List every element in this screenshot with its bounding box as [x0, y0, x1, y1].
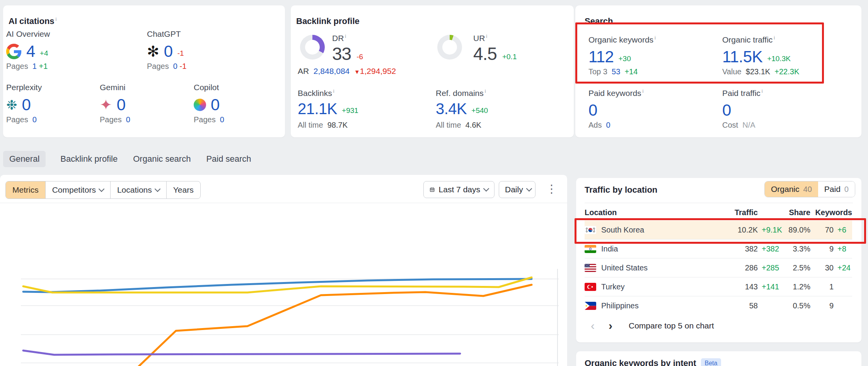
filter-segment-locations[interactable]: Locations: [111, 181, 167, 198]
keywords-value[interactable]: 30: [810, 263, 834, 272]
organic-keywords-value[interactable]: 112: [588, 49, 614, 65]
compare-top5-link[interactable]: Compare top 5 on chart: [629, 321, 714, 330]
pages-value[interactable]: 0: [32, 115, 37, 124]
info-icon[interactable]: i: [486, 33, 487, 39]
keywords-value[interactable]: 70: [810, 226, 834, 234]
general-overview-panel: MetricsCompetitorsLocationsYears Last 7 …: [0, 175, 567, 366]
organic-keywords-by-intent-card: Organic keywords by intent Beta: [576, 351, 861, 366]
google-icon: [6, 44, 22, 59]
ref-domains-value[interactable]: 3.4K: [436, 101, 467, 116]
ref-domains-label: Ref. domainsi: [436, 88, 563, 98]
share-value: 3.3%: [782, 245, 810, 253]
filter-segment-years[interactable]: Years: [167, 181, 200, 198]
filter-segment-metrics[interactable]: Metrics: [6, 181, 46, 198]
backlink-profile-card: Backlink profile DRi 33 -6 AR 2,848,084 …: [291, 5, 574, 137]
location-row-united-states[interactable]: United States286+2852.5%30+24: [585, 258, 852, 277]
ai-citations-card: AI citationsi AI Overview4+4Pages 1 +1Ch…: [3, 5, 285, 137]
info-icon[interactable]: i: [485, 88, 486, 94]
pages-label: Pages: [6, 115, 28, 124]
location-row-turkey[interactable]: Turkey143+1411.2%1: [585, 277, 852, 296]
toggle-organic[interactable]: Organic40: [765, 181, 818, 197]
dr-label: DRi: [332, 33, 346, 43]
tab-backlink-profile[interactable]: Backlink profile: [60, 151, 118, 167]
info-icon[interactable]: i: [762, 88, 763, 94]
organic-traffic-foot: Value $23.1K +22.3K: [722, 67, 799, 76]
location-row-philippines[interactable]: Philippines580.5%9: [585, 296, 852, 315]
tab-paid-search[interactable]: Paid search: [205, 151, 252, 167]
ur-delta: +0.1: [502, 53, 517, 63]
ar-value[interactable]: 2,848,084: [314, 67, 350, 75]
pages-value[interactable]: 0: [126, 115, 130, 124]
flag-us-icon: [585, 264, 596, 272]
country-name: Turkey: [601, 282, 624, 291]
ai-metric-perplexity: Perplexity❉0Pages 0: [6, 83, 99, 128]
col-location: Location: [585, 208, 731, 217]
info-icon[interactable]: i: [56, 16, 57, 22]
toggle-count: 40: [803, 185, 812, 194]
next-page-icon[interactable]: ›: [609, 319, 612, 332]
more-options-icon[interactable]: ⋮: [546, 183, 557, 195]
filter-segment-competitors[interactable]: Competitors: [46, 181, 111, 198]
dr-delta: -6: [356, 53, 363, 63]
ur-value: 4.5: [473, 45, 497, 63]
organic-traffic-value[interactable]: 11.5K: [722, 49, 762, 65]
traffic-delta: +9.1K: [758, 226, 782, 234]
info-icon[interactable]: i: [345, 33, 346, 39]
chevron-down-icon: [99, 186, 105, 192]
organic-traffic-label: Organic traffici: [722, 35, 850, 45]
location-row-india[interactable]: India382+3823.3%9+8: [585, 239, 852, 258]
ai-citation-count[interactable]: 0: [117, 97, 126, 113]
date-range-button[interactable]: Last 7 days: [423, 181, 495, 198]
divider: [585, 203, 853, 203]
prev-page-icon[interactable]: ‹: [591, 319, 595, 332]
ai-citation-count[interactable]: 0: [164, 43, 173, 60]
ai-citation-count[interactable]: 0: [211, 97, 220, 113]
tab-organic-search[interactable]: Organic search: [132, 151, 191, 167]
backlinks-value[interactable]: 21.1K: [298, 101, 337, 116]
ai-metric-copilot: Copilot0Pages 0: [194, 83, 286, 128]
keywords-value[interactable]: 9: [810, 301, 834, 310]
organic-keywords-metric: Organic keywordsi 112+30 Top 3 53 +14: [588, 35, 716, 80]
ai-citation-count[interactable]: 0: [22, 97, 31, 113]
organic-keywords-foot: Top 3 53 +14: [588, 67, 638, 76]
info-icon[interactable]: i: [655, 35, 656, 41]
info-icon[interactable]: i: [333, 88, 334, 94]
pages-value[interactable]: 0: [173, 62, 177, 70]
ai-metric-label: Perplexity: [6, 83, 99, 93]
ai-citation-count[interactable]: 4: [26, 43, 35, 60]
country-name: India: [601, 245, 618, 253]
backlinks-metric: Backlinksi 21.1K +931 All time 98.7K: [298, 88, 425, 134]
beta-badge: Beta: [701, 358, 721, 366]
location-row-south-korea[interactable]: South Korea10.2K+9.1K89.0%70+6: [585, 221, 852, 239]
organic-keywords-by-intent-title: Organic keywords by intent Beta: [585, 358, 721, 366]
flag-tr-icon: [585, 283, 596, 291]
authority-rank-row: AR 2,848,084 ▼1,294,952: [298, 67, 396, 76]
pages-value[interactable]: 1: [32, 62, 37, 70]
segment-label: Metrics: [12, 185, 39, 195]
paid-keywords-value[interactable]: 0: [588, 102, 597, 118]
series-domain-rating: [23, 351, 460, 355]
traffic-value: 58: [731, 301, 758, 310]
paid-traffic-value[interactable]: 0: [722, 102, 731, 118]
top3-value[interactable]: 53: [612, 67, 620, 76]
tab-general[interactable]: General: [3, 151, 46, 167]
performance-chart[interactable]: [0, 257, 567, 366]
ai-metric-ai-overview: AI Overview4+4Pages 1 +1: [6, 29, 99, 75]
flag-in-icon: [585, 245, 596, 253]
pages-label: Pages: [147, 62, 169, 70]
pages-value[interactable]: 0: [220, 115, 224, 124]
share-value: 1.2%: [782, 282, 810, 291]
country-cell: United States: [585, 263, 731, 272]
granularity-button[interactable]: Daily: [499, 181, 535, 198]
info-icon[interactable]: i: [774, 35, 775, 41]
ref-domains-alltime: All time 4.6K: [436, 121, 481, 130]
info-icon[interactable]: i: [643, 88, 644, 94]
keywords-value[interactable]: 1: [810, 282, 834, 291]
traffic-value: 382: [731, 245, 758, 253]
search-title: Search: [585, 16, 613, 26]
toggle-paid[interactable]: Paid0: [818, 181, 855, 197]
paid-keywords-foot: Ads 0: [588, 121, 610, 130]
dr-value: 33: [332, 45, 351, 63]
ur-label: URi: [473, 33, 487, 43]
keywords-value[interactable]: 9: [810, 245, 834, 253]
